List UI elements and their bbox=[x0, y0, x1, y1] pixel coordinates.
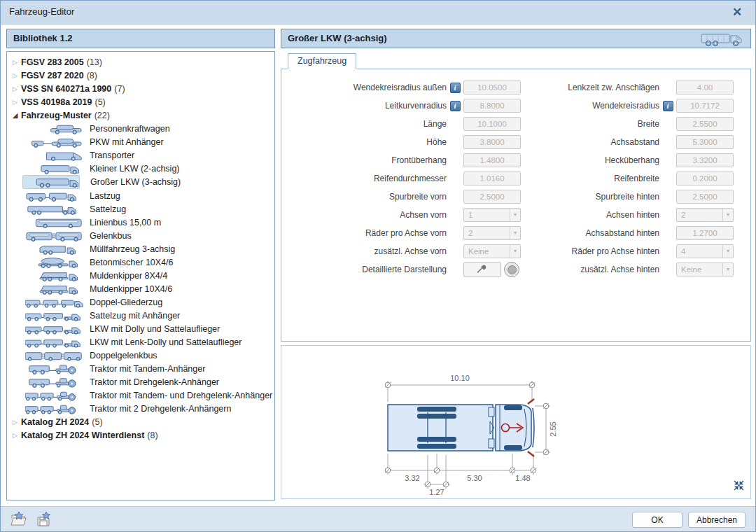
expand-icon[interactable]: ▷ bbox=[10, 59, 20, 66]
tree-item-label: Personenkraftwagen bbox=[90, 124, 170, 134]
tractor-trailer-icon bbox=[24, 363, 84, 375]
tree-group-count: (13) bbox=[87, 57, 102, 67]
field-label: zusätzl. Achse vorn bbox=[281, 246, 447, 256]
tree-item-muldenkipper-8x4-4[interactable]: Muldenkipper 8X4/4 bbox=[22, 269, 274, 282]
tree-item-traktor-mit-drehgelenk-anh-nger[interactable]: Traktor mit Drehgelenk-Anhänger bbox=[22, 375, 274, 388]
tree-group-count: (5) bbox=[94, 97, 105, 107]
dropdown-arrow-icon: ▾ bbox=[722, 263, 733, 276]
tree-item-personenkraftwagen[interactable]: Personenkraftwagen bbox=[22, 122, 274, 135]
expand-icon[interactable]: ▷ bbox=[10, 72, 20, 79]
collapse-icon[interactable]: ◢ bbox=[10, 111, 20, 119]
detailed-display-pick-button[interactable] bbox=[463, 262, 501, 277]
tree-item-sattelzug-mit-anh-nger[interactable]: Sattelzug mit Anhänger bbox=[22, 309, 274, 322]
tree-item-label: Großer LKW (3-achsig) bbox=[90, 177, 181, 187]
detailed-display-toggle-button[interactable] bbox=[504, 262, 519, 277]
field-label: Wendekreisradius bbox=[524, 101, 659, 111]
achsabstand-hinten-input: 1.2700 bbox=[676, 226, 734, 240]
dialog-footer: OK Abbrechen bbox=[1, 506, 755, 532]
tree-item-kleiner-lkw-2-achsig[interactable]: Kleiner LKW (2-achsig) bbox=[22, 162, 274, 175]
select-value: 2 bbox=[464, 227, 510, 239]
spurbreite-hinten-input: 2.5000 bbox=[676, 190, 734, 204]
tree-item-doppelgelenkbus[interactable]: Doppelgelenkbus bbox=[22, 349, 274, 362]
zus-tzl-achse-hinten-select: Keine▾ bbox=[676, 262, 734, 276]
tree-item-lkw-mit-lenk-dolly-und-sattelauflieger[interactable]: LKW mit Lenk-Dolly und Sattelauflieger bbox=[22, 335, 274, 349]
form-row-wendekreisradius-au-en: Wendekreisradius außeni10.0500 bbox=[281, 78, 521, 97]
concrete-mixer-icon bbox=[24, 256, 84, 269]
tree-item-label: Betonmischer 10X4/6 bbox=[90, 258, 174, 267]
form-row-l-nge: Länge10.1000 bbox=[281, 115, 521, 133]
tree-item-transporter[interactable]: Transporter bbox=[22, 148, 274, 162]
mirror-left bbox=[528, 399, 534, 404]
tree-item-gro-er-lkw-3-achsig[interactable]: Großer LKW (3-achsig) bbox=[22, 175, 80, 189]
breite-input: 2.5500 bbox=[676, 117, 734, 131]
dim-width: 2.55 bbox=[549, 421, 557, 436]
form-row-r-der-pro-achse-vorn: Räder pro Achse vorn2▾ bbox=[281, 224, 521, 242]
field-label: Breite bbox=[524, 119, 659, 129]
window-title: Fahrzeug-Editor bbox=[9, 6, 74, 17]
vehicle-library-tree[interactable]: ▷FGSV 283 2005(13)▷FGSV 287 2020(8)▷VSS … bbox=[6, 51, 275, 500]
eyedropper-icon bbox=[475, 264, 489, 276]
collapse-diagram-icon[interactable] bbox=[733, 479, 745, 494]
field-label: Hecküberhang bbox=[524, 155, 659, 165]
field-label: Lenkzeit zw. Anschlägen bbox=[524, 83, 659, 92]
tractor-two-trailer-icon bbox=[24, 402, 84, 415]
tree-item-pkw-mit-anh-nger[interactable]: PKW mit Anhänger bbox=[22, 135, 274, 148]
form-row-leitkurvenradius: Leitkurvenradiusi8.8000 bbox=[281, 97, 521, 115]
tree-item-doppel-gliederzug[interactable]: Doppel-Gliederzug bbox=[22, 295, 274, 309]
cancel-button[interactable]: Abbrechen bbox=[688, 512, 746, 528]
bus-icon bbox=[24, 216, 84, 229]
tree-group-fgsv-287-2020[interactable]: ▷FGSV 287 2020(8) bbox=[7, 69, 274, 82]
reifendurchmesser-input: 1.0160 bbox=[463, 172, 521, 186]
ok-button[interactable]: OK bbox=[632, 512, 682, 528]
r-der-pro-achse-vorn-select: 2▾ bbox=[463, 226, 521, 240]
tree-group-label: VSS 40198a 2019 bbox=[21, 97, 92, 107]
tree-item-betonmischer-10x4-6[interactable]: Betonmischer 10X4/6 bbox=[22, 255, 274, 269]
tree-item-lkw-mit-dolly-und-sattelauflieger[interactable]: LKW mit Dolly und Sattelauflieger bbox=[22, 322, 274, 335]
expand-icon[interactable]: ▷ bbox=[10, 432, 20, 439]
car-trailer-icon bbox=[24, 136, 84, 148]
tree-item-traktor-mit-2-drehgelenk-anh-ngern[interactable]: Traktor mit 2 Drehgelenk-Anhängern bbox=[22, 402, 274, 415]
field-label: Räder pro Achse vorn bbox=[281, 228, 447, 238]
tree-group-fgsv-283-2005[interactable]: ▷FGSV 283 2005(13) bbox=[7, 55, 274, 69]
tree-group-katalog-zh-2024-winterdienst[interactable]: ▷Katalog ZH 2024 Winterdienst(8) bbox=[7, 428, 274, 442]
tree-item-m-llfahrzeug-3-achsig[interactable]: Müllfahrzeug 3-achsig bbox=[22, 242, 274, 255]
form-row-breite: Breite2.5500 bbox=[524, 115, 734, 133]
info-icon[interactable]: i bbox=[663, 101, 673, 111]
tree-item-traktor-mit-tandem-anh-nger[interactable]: Traktor mit Tandem-Anhänger bbox=[22, 362, 274, 375]
double-road-train-icon bbox=[24, 296, 84, 309]
open-library-favorite-button[interactable] bbox=[9, 511, 29, 529]
tree-group-katalog-zh-2024[interactable]: ▷Katalog ZH 2024(5) bbox=[7, 415, 274, 428]
lenkzeit-zw-anschl-gen-input: 4.00 bbox=[676, 80, 734, 94]
close-icon[interactable]: ✕ bbox=[729, 4, 746, 21]
tree-group-label: VSS SN 640271a 1990 bbox=[21, 84, 111, 94]
truck-dolly-icon bbox=[24, 336, 84, 349]
info-icon[interactable]: i bbox=[450, 83, 461, 93]
tree-item-gelenkbus[interactable]: Gelenkbus bbox=[22, 229, 274, 242]
tree-group-fahrzeug-muster[interactable]: ◢Fahrzeug-Muster(22) bbox=[7, 108, 274, 122]
tree-item-traktor-mit-tandem-und-drehgelenk-anh-nger[interactable]: Traktor mit Tandem- und Drehgelenk-Anhän… bbox=[22, 388, 274, 402]
tree-group-vss-sn-640271a-1990[interactable]: ▷VSS SN 640271a 1990(7) bbox=[7, 82, 274, 95]
tree-item-lastzug[interactable]: Lastzug bbox=[22, 189, 274, 202]
van-icon bbox=[24, 149, 84, 162]
tree-group-vss-40198a-2019[interactable]: ▷VSS 40198a 2019(5) bbox=[7, 95, 274, 108]
expand-icon[interactable]: ▷ bbox=[10, 85, 20, 92]
truck-3axle-side-icon bbox=[700, 30, 745, 55]
tree-item-linienbus-15-00-m[interactable]: Linienbus 15,00 m bbox=[22, 216, 274, 229]
expand-icon[interactable]: ▷ bbox=[10, 99, 20, 106]
tree-item-label: Lastzug bbox=[90, 191, 120, 201]
form-row-achsabstand: Achsabstand5.3000 bbox=[524, 133, 734, 151]
form-row-r-der-pro-achse-hinten: Räder pro Achse hinten4▾ bbox=[524, 242, 734, 260]
tree-item-label: Traktor mit Tandem- und Drehgelenk-Anhän… bbox=[90, 391, 272, 400]
tree-item-muldenkipper-10x4-6[interactable]: Muldenkipper 10X4/6 bbox=[22, 282, 274, 295]
tree-item-sattelzug[interactable]: Sattelzug bbox=[22, 202, 274, 216]
tree-group-label: FGSV 283 2005 bbox=[21, 57, 84, 67]
tree-group-label: Katalog ZH 2024 bbox=[21, 417, 89, 427]
save-library-favorite-button[interactable] bbox=[34, 511, 54, 529]
dim-rear-overhang: 3.32 bbox=[405, 474, 419, 482]
tree-item-label: LKW mit Dolly und Sattelauflieger bbox=[90, 324, 220, 334]
info-icon[interactable]: i bbox=[450, 101, 461, 111]
tab-zugfahrzeug[interactable]: Zugfahrzeug bbox=[288, 53, 356, 69]
zus-tzl-achse-vorn-select: Keine▾ bbox=[463, 244, 521, 258]
tree-item-label: Traktor mit Drehgelenk-Anhänger bbox=[90, 377, 219, 387]
expand-icon[interactable]: ▷ bbox=[10, 419, 20, 426]
